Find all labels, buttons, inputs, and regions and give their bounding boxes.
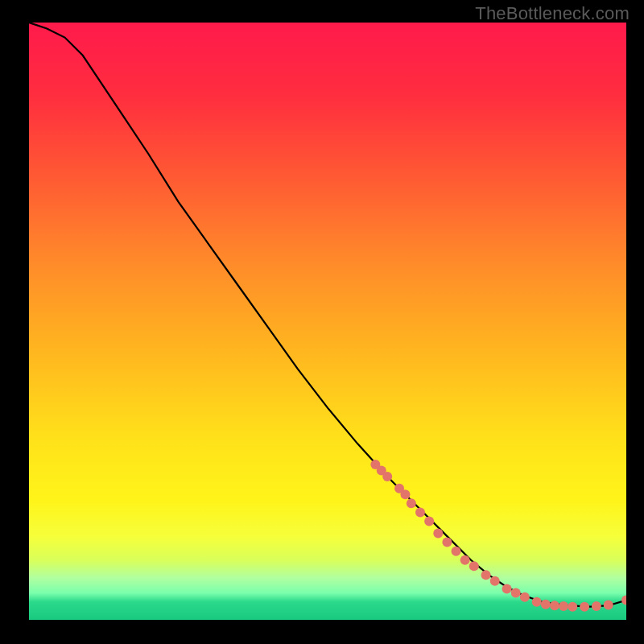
data-marker [442, 538, 452, 547]
data-marker [481, 570, 491, 580]
data-marker [568, 602, 577, 612]
data-marker [452, 547, 461, 556]
data-marker [382, 472, 392, 481]
data-marker [604, 600, 613, 609]
data-marker [621, 596, 626, 605]
curve-layer [29, 23, 626, 620]
data-marker [541, 600, 551, 609]
data-marker [490, 576, 500, 586]
plot-area [29, 23, 626, 620]
data-marker [407, 498, 416, 508]
data-marker [511, 588, 521, 598]
data-marker [532, 597, 542, 607]
data-marker [460, 555, 470, 565]
watermark-text: TheBottleneck.com [475, 3, 630, 24]
data-marker [502, 584, 512, 593]
curve-line [29, 23, 626, 607]
data-markers [370, 460, 626, 612]
data-marker [400, 489, 410, 499]
data-marker [415, 507, 425, 517]
data-marker [592, 601, 601, 611]
data-marker [559, 601, 568, 611]
data-marker [580, 602, 589, 612]
data-marker [550, 601, 559, 610]
data-marker [469, 561, 479, 571]
data-marker [520, 592, 530, 602]
chart-stage: TheBottleneck.com [0, 0, 644, 644]
data-marker [424, 517, 434, 526]
data-marker [433, 528, 443, 538]
